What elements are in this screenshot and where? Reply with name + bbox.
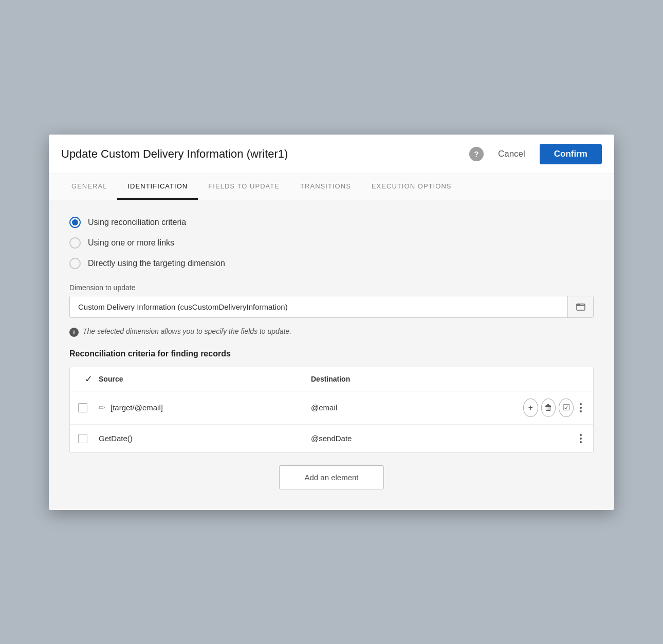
dimension-field-row <box>69 296 594 318</box>
confirm-button[interactable]: Confirm <box>540 144 602 164</box>
edit-button[interactable]: ☑ <box>559 399 574 417</box>
radio-targeting-circle <box>69 258 81 269</box>
row1-checkbox[interactable] <box>78 403 99 412</box>
modal-container: Update Custom Delivery Information (writ… <box>49 135 614 510</box>
radio-reconciliation[interactable]: Using reconciliation criteria <box>69 217 594 228</box>
radio-reconciliation-label: Using reconciliation criteria <box>88 218 186 227</box>
dimension-input[interactable] <box>70 296 567 317</box>
row2-actions <box>523 432 585 445</box>
dot2 <box>580 407 582 409</box>
dimension-label: Dimension to update <box>69 283 594 292</box>
row2-source: GetDate() <box>99 434 311 443</box>
dot3 <box>580 410 582 412</box>
radio-targeting-label: Directly using the targeting dimension <box>88 259 225 268</box>
dot1 <box>580 434 582 436</box>
dimension-picker-button[interactable] <box>567 296 593 317</box>
radio-links-circle <box>69 237 81 249</box>
th-destination: Destination <box>311 375 523 383</box>
dot3 <box>580 441 582 443</box>
table-row: ✏ [target/@email] @email + 🗑 ☑ <box>70 391 593 425</box>
criteria-table: ✓ Source Destination ✏ [target/@email] @… <box>69 367 594 453</box>
more-options-button[interactable] <box>577 432 585 445</box>
tabs-bar: GENERAL IDENTIFICATION FIELDS TO UPDATE … <box>49 174 614 200</box>
delete-button[interactable]: 🗑 <box>541 399 556 417</box>
radio-targeting[interactable]: Directly using the targeting dimension <box>69 258 594 269</box>
tab-fields-to-update[interactable]: FIELDS TO UPDATE <box>198 174 290 200</box>
modal-header: Update Custom Delivery Information (writ… <box>49 135 614 174</box>
radio-reconciliation-circle <box>69 217 81 228</box>
row1-source: ✏ [target/@email] <box>99 403 311 412</box>
row1-destination: @email <box>311 403 523 412</box>
section-title: Reconciliation criteria for finding reco… <box>69 349 594 358</box>
row1-actions: + 🗑 ☑ <box>523 399 585 417</box>
info-text-content: The selected dimension allows you to spe… <box>83 327 291 335</box>
help-icon[interactable]: ? <box>469 147 484 161</box>
modal-body: Using reconciliation criteria Using one … <box>49 200 614 510</box>
row1-source-value: [target/@email] <box>110 403 163 412</box>
more-options-button[interactable] <box>577 401 585 414</box>
check-icon: ✓ <box>85 373 93 385</box>
radio-group: Using reconciliation criteria Using one … <box>69 217 594 269</box>
radio-links[interactable]: Using one or more links <box>69 237 594 249</box>
modal-title: Update Custom Delivery Information (writ… <box>61 147 463 161</box>
row2-source-value: GetDate() <box>99 434 133 443</box>
row2-destination: @sendDate <box>311 434 523 443</box>
cancel-button[interactable]: Cancel <box>490 145 533 163</box>
tab-identification[interactable]: IDENTIFICATION <box>117 174 198 200</box>
add-element-button[interactable]: Add an element <box>279 465 383 489</box>
dot2 <box>580 438 582 440</box>
folder-icon <box>576 301 586 312</box>
info-icon: i <box>69 328 79 337</box>
th-check: ✓ <box>78 373 99 385</box>
add-button[interactable]: + <box>523 399 538 417</box>
table-row: GetDate() @sendDate <box>70 425 593 452</box>
info-text: i The selected dimension allows you to s… <box>69 327 594 337</box>
radio-links-label: Using one or more links <box>88 238 174 248</box>
tab-general[interactable]: GENERAL <box>61 174 117 200</box>
tab-transitions[interactable]: TRANSITIONS <box>290 174 361 200</box>
row2-checkbox[interactable] <box>78 434 99 443</box>
dot1 <box>580 403 582 405</box>
tab-execution-options[interactable]: EXECUTION OPTIONS <box>361 174 462 200</box>
th-source: Source <box>99 375 311 383</box>
pencil-icon: ✏ <box>99 403 105 412</box>
table-header: ✓ Source Destination <box>70 367 593 391</box>
